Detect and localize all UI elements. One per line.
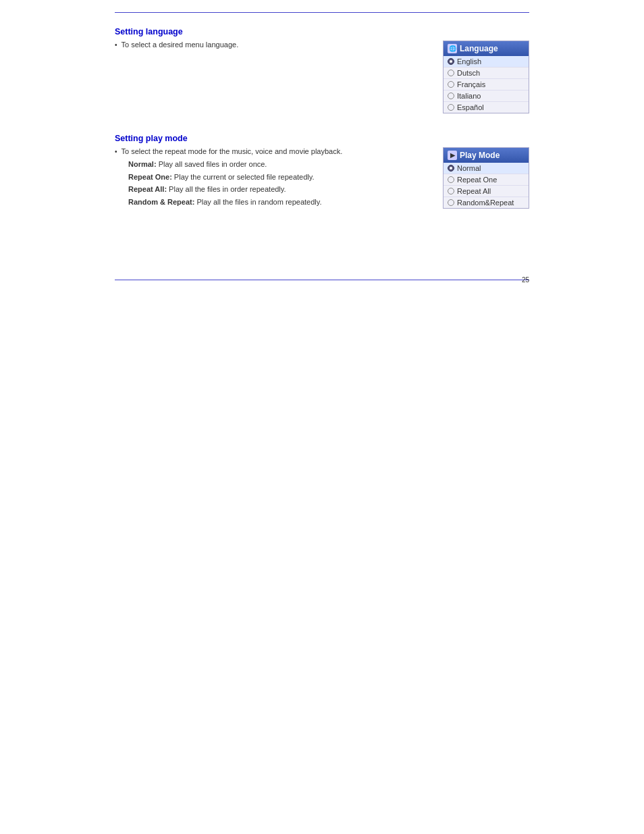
play-option-normal-desc: Play all saved files in order once. [159, 160, 267, 168]
radio-normal [448, 165, 454, 172]
play-option-normal-label: Normal: [128, 160, 157, 168]
radio-espanol [448, 104, 454, 111]
page-container: Setting language • To select a desired m… [0, 0, 644, 834]
language-section-left: • To select a desired menu language. [115, 41, 416, 51]
section-language: Setting language • To select a desired m… [115, 27, 529, 113]
playmode-bullet-text: To select the repeat mode for the music,… [122, 147, 343, 155]
playmode-item-normal[interactable]: Normal [444, 163, 529, 174]
radio-repeat-one [448, 176, 454, 183]
radio-italiano [448, 93, 454, 99]
language-header-icon: 🌐 [448, 44, 457, 53]
language-item-francais[interactable]: Français [444, 79, 529, 90]
language-label-dutsch: Dutsch [457, 69, 480, 77]
playmode-widget: ▶ Play Mode Normal Repeat One [443, 147, 529, 209]
play-option-random-repeat: Random & Repeat: Play all the files in r… [128, 196, 416, 209]
language-widget: 🌐 Language English Dutsch [443, 41, 529, 113]
playmode-label-repeat-all: Repeat All [457, 187, 491, 195]
play-option-random-repeat-label: Random & Repeat: [128, 198, 194, 206]
play-option-repeat-one: Repeat One: Play the current or selected… [128, 171, 416, 184]
playmode-label-random-repeat: Random&Repeat [457, 199, 514, 207]
playmode-section-left: • To select the repeat mode for the musi… [115, 147, 416, 209]
language-item-dutsch[interactable]: Dutsch [444, 68, 529, 79]
language-widget-header: 🌐 Language [444, 41, 529, 56]
language-bullet-item: • To select a desired menu language. [115, 41, 416, 49]
playmode-widget-header: ▶ Play Mode [444, 148, 529, 163]
play-option-normal: Normal: Play all saved files in order on… [128, 158, 416, 171]
playmode-widget-title: Play Mode [460, 151, 500, 160]
radio-english [448, 58, 454, 65]
language-widget-title: Language [460, 44, 498, 53]
language-section-wrapper: • To select a desired menu language. 🌐 L… [115, 41, 529, 113]
language-item-english[interactable]: English [444, 56, 529, 68]
bullet-dot-2: • [115, 148, 117, 155]
language-bullet-text: To select a desired menu language. [122, 41, 239, 49]
language-label-francais: Français [457, 80, 485, 88]
page-number: 25 [522, 276, 529, 284]
bottom-border [115, 280, 529, 280]
play-option-repeat-all-desc: Play all the files in order repeatedly. [169, 185, 286, 193]
play-option-repeat-all: Repeat All: Play all the files in order … [128, 183, 416, 196]
play-option-repeat-all-label: Repeat All: [128, 185, 167, 193]
language-item-espanol[interactable]: Español [444, 102, 529, 113]
top-border [115, 12, 529, 13]
language-section-title: Setting language [115, 27, 529, 36]
radio-random-repeat [448, 199, 454, 206]
play-options: Normal: Play all saved files in order on… [128, 158, 416, 209]
play-option-repeat-one-label: Repeat One: [128, 173, 172, 181]
radio-dutsch [448, 70, 454, 76]
radio-francais [448, 81, 454, 88]
play-option-random-repeat-desc: Play all the files in random repeatedly. [196, 198, 321, 206]
section-playmode: Setting play mode • To select the repeat… [115, 134, 529, 209]
playmode-section-title: Setting play mode [115, 134, 529, 143]
language-label-english: English [457, 57, 481, 66]
language-label-italiano: Italiano [457, 92, 481, 100]
language-label-espanol: Español [457, 103, 484, 111]
content-area: Setting language • To select a desired m… [115, 19, 529, 209]
playmode-label-repeat-one: Repeat One [457, 176, 497, 184]
playmode-item-random-repeat[interactable]: Random&Repeat [444, 197, 529, 208]
bullet-dot: • [115, 41, 117, 49]
playmode-item-repeat-all[interactable]: Repeat All [444, 186, 529, 197]
language-item-italiano[interactable]: Italiano [444, 90, 529, 102]
playmode-label-normal: Normal [457, 164, 481, 172]
playmode-bullet-item: • To select the repeat mode for the musi… [115, 147, 416, 155]
language-widget-container: 🌐 Language English Dutsch [429, 41, 529, 113]
playmode-section-wrapper: • To select the repeat mode for the musi… [115, 147, 529, 209]
radio-repeat-all [448, 188, 454, 194]
playmode-widget-container: ▶ Play Mode Normal Repeat One [429, 147, 529, 209]
play-option-repeat-one-desc: Play the current or selected file repeat… [174, 173, 315, 181]
playmode-item-repeat-one[interactable]: Repeat One [444, 174, 529, 186]
playmode-header-icon: ▶ [448, 151, 457, 160]
